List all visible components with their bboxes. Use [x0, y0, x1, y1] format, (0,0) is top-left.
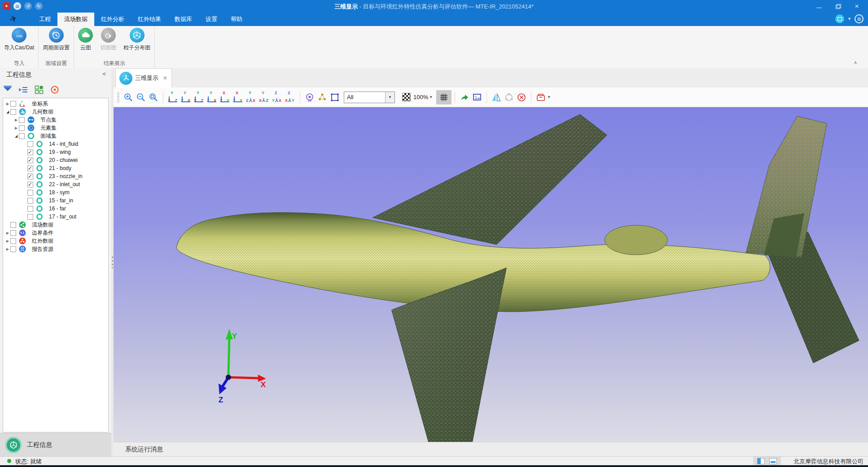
- expander-icon[interactable]: ▶: [5, 231, 10, 235]
- zoom-out-icon[interactable]: [135, 91, 147, 104]
- periodic-face-settings-button[interactable]: 周期面设置: [40, 26, 72, 58]
- tree-item-checkbox[interactable]: [10, 222, 16, 228]
- view-iso-back-right-icon[interactable]: Z X Y: [284, 91, 296, 104]
- particle-distribution-button[interactable]: 粒子分布图: [121, 26, 153, 58]
- snapshot-image-icon[interactable]: [471, 91, 483, 104]
- tree-item[interactable]: ◢ 几何数据: [3, 108, 108, 116]
- redo-icon[interactable]: ↻: [35, 2, 43, 10]
- menu-item-3[interactable]: 红外结果: [131, 13, 168, 26]
- tree-item-checkbox[interactable]: [10, 109, 16, 115]
- tree-item[interactable]: 23 - nozzle_in: [3, 172, 108, 180]
- tree-item[interactable]: 19 - wing: [3, 148, 108, 156]
- collapse-list-icon[interactable]: [18, 85, 28, 95]
- tree-item-checkbox[interactable]: [27, 141, 33, 147]
- tree-item-checkbox[interactable]: [19, 125, 25, 131]
- tab-close-icon[interactable]: ✕: [163, 75, 167, 81]
- tree-item-checkbox[interactable]: [27, 214, 33, 220]
- tree-item[interactable]: 20 - chuiwei: [3, 156, 108, 164]
- import-cas-dat-button[interactable]: cas 导入Cas/Dat: [2, 26, 36, 58]
- tree-item-checkbox[interactable]: [10, 230, 16, 236]
- tree-item[interactable]: 17 - far_out: [3, 213, 108, 221]
- expander-icon[interactable]: ▶: [13, 126, 19, 130]
- new-document-icon[interactable]: ▤: [13, 2, 21, 10]
- layout-left-panel-icon[interactable]: [757, 458, 765, 464]
- tree-item[interactable]: ▶ 元素集: [3, 124, 108, 132]
- zoom-level-caret[interactable]: ▼: [429, 95, 433, 99]
- export-share-icon[interactable]: [458, 91, 471, 104]
- tree-item-checkbox[interactable]: [27, 157, 33, 163]
- tree-item-checkbox[interactable]: [27, 198, 33, 204]
- box-select-icon[interactable]: [329, 91, 341, 104]
- tree-item-checkbox[interactable]: [27, 149, 33, 155]
- tree-item[interactable]: ◢ 面域集: [3, 132, 108, 140]
- mesh-display-toggle[interactable]: [436, 90, 452, 105]
- probe-point-icon[interactable]: [303, 91, 316, 104]
- ribbon-collapse-chevron[interactable]: ∧: [854, 60, 857, 65]
- dropdown-caret-icon[interactable]: ▼: [847, 17, 851, 21]
- expander-icon[interactable]: ▶: [5, 239, 10, 243]
- menu-item-6[interactable]: 帮助: [224, 13, 249, 26]
- menu-item-2[interactable]: 红外分析: [94, 13, 131, 26]
- zoom-level-value[interactable]: 100%: [413, 94, 428, 100]
- tree-item-checkbox[interactable]: [27, 166, 33, 171]
- clear-delete-icon[interactable]: [515, 91, 528, 104]
- tree-item-checkbox[interactable]: [10, 238, 16, 244]
- tree-item[interactable]: ▶ 边界条件: [3, 229, 108, 237]
- menu-item-0[interactable]: 工程: [32, 13, 57, 26]
- smooth-shade-icon[interactable]: [503, 91, 515, 104]
- viewport-3d[interactable]: Y X Z: [114, 107, 868, 442]
- view-right-icon[interactable]: Y Z X: [206, 91, 218, 104]
- grid-view-icon[interactable]: [34, 85, 44, 95]
- tree-item[interactable]: ▶ 节点集: [3, 116, 108, 124]
- menu-item-1[interactable]: 流场数据: [57, 13, 94, 26]
- tree-item[interactable]: ▶ 红外数据: [3, 237, 108, 245]
- view-iso-front-left-icon[interactable]: Y Z X: [245, 91, 257, 104]
- expander-icon[interactable]: ▶: [13, 118, 19, 122]
- tree-item-checkbox[interactable]: [10, 101, 16, 107]
- expander-icon[interactable]: ◢: [13, 134, 19, 138]
- view-iso-front-right-icon[interactable]: Y X Z: [258, 91, 270, 104]
- display-set-combobox[interactable]: All ▼: [344, 92, 395, 103]
- tree-item-checkbox[interactable]: [27, 174, 33, 179]
- help-manual-icon[interactable]: ▥: [855, 14, 864, 23]
- tree-item[interactable]: 流场数据: [3, 221, 108, 229]
- tree-item-checkbox[interactable]: [19, 133, 25, 139]
- archive-caret-icon[interactable]: ▼: [547, 95, 551, 99]
- tree-item[interactable]: 21 - body: [3, 164, 108, 172]
- menu-item-5[interactable]: 设置: [199, 13, 224, 26]
- tree-item[interactable]: ▶ 报告资源: [3, 245, 108, 253]
- tree-item[interactable]: 15 - far_in: [3, 196, 108, 205]
- filter-icon[interactable]: [3, 85, 13, 95]
- tree-item[interactable]: 14 - int_fluid: [3, 140, 108, 148]
- archive-box-icon[interactable]: [535, 91, 547, 104]
- expander-icon[interactable]: ▶: [5, 247, 10, 251]
- tree-item-checkbox[interactable]: [19, 117, 25, 123]
- opacity-checker-icon[interactable]: [402, 93, 411, 101]
- zoom-fit-icon[interactable]: [147, 91, 160, 104]
- tree-item[interactable]: 18 - sym: [3, 188, 108, 196]
- menu-item-4[interactable]: 数据库: [168, 13, 199, 26]
- view-back-icon[interactable]: Y Z X: [180, 91, 192, 104]
- panel-collapse-button[interactable]: <: [102, 70, 106, 77]
- view-front-icon[interactable]: Y X Z: [167, 91, 179, 104]
- tree-item[interactable]: ▶ YZX 坐标系: [3, 100, 108, 108]
- contour-cloud-button[interactable]: 云图: [76, 26, 95, 58]
- view-iso-back-left-icon[interactable]: Z Y X: [271, 91, 283, 104]
- view-bottom-icon[interactable]: X Z Y: [232, 91, 244, 104]
- tree-item-checkbox[interactable]: [27, 190, 33, 196]
- tree-item[interactable]: 16 - far: [3, 205, 108, 213]
- view-top-icon[interactable]: X Z Y: [219, 91, 231, 104]
- maximize-button[interactable]: [835, 4, 841, 9]
- tab-3d-view[interactable]: 三维显示 ✕: [115, 68, 172, 87]
- display-toggle-icon[interactable]: [835, 14, 844, 23]
- expander-icon[interactable]: ◢: [5, 110, 10, 114]
- combobox-dropdown-button[interactable]: ▼: [385, 92, 395, 103]
- undo-icon[interactable]: ↺: [24, 2, 32, 10]
- tree-item[interactable]: 22 - inlet_out: [3, 180, 108, 188]
- panel-footer-tab[interactable]: 工程信息: [0, 433, 111, 457]
- toolbar-grip[interactable]: [117, 92, 119, 102]
- minimize-button[interactable]: [816, 4, 822, 9]
- locate-target-icon[interactable]: [50, 85, 60, 95]
- tree-item-checkbox[interactable]: [27, 206, 33, 212]
- particle-nodes-icon[interactable]: [316, 91, 329, 104]
